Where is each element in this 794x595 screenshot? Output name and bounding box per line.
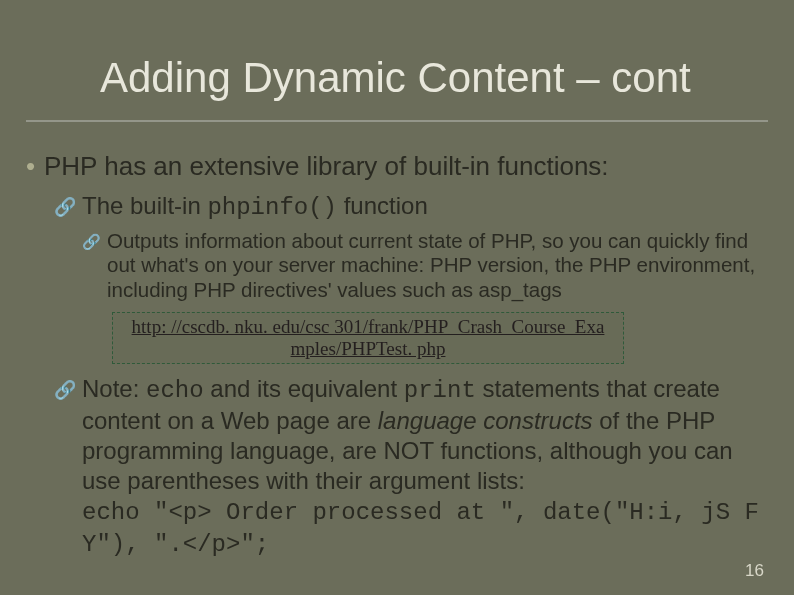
note-text: Note: echo and its equivalent print stat… xyxy=(82,374,768,560)
link-icon: 🔗 xyxy=(54,196,76,223)
link-icon: 🔗 xyxy=(82,233,101,303)
page-number: 16 xyxy=(745,561,764,581)
sub-bullet-phpinfo-text: The built-in phpinfo() function xyxy=(82,191,768,223)
sub1-pre: The built-in xyxy=(82,192,207,219)
title-underline xyxy=(26,120,768,122)
example-link-box: http: //cscdb. nku. edu/csc 301/frank/PH… xyxy=(112,312,624,364)
sub1-post: function xyxy=(337,192,428,219)
sub-sub-text: Outputs information about current state … xyxy=(107,229,768,303)
bullet-dot-icon: • xyxy=(26,150,44,183)
sub-bullet-phpinfo: 🔗 The built-in phpinfo() function xyxy=(54,191,768,223)
bullet-main-text: PHP has an extensive library of built-in… xyxy=(44,151,609,181)
bullet-main: •PHP has an extensive library of built-i… xyxy=(26,150,768,183)
note-code-line: echo "<p> Order processed at ", date("H:… xyxy=(82,499,759,558)
note-code-echo: echo xyxy=(146,377,204,404)
slide-title: Adding Dynamic Content – cont xyxy=(100,54,754,102)
note-italic: language constructs xyxy=(378,407,593,434)
note-mid1: and its equivalent xyxy=(204,375,404,402)
slide: Adding Dynamic Content – cont •PHP has a… xyxy=(0,0,794,595)
note-code-print: print xyxy=(404,377,476,404)
sub-sub-bullet-outputs: 🔗 Outputs information about current stat… xyxy=(82,229,768,303)
sub-bullet-note: 🔗 Note: echo and its equivalent print st… xyxy=(54,374,768,560)
note-pre: Note: xyxy=(82,375,146,402)
slide-content: •PHP has an extensive library of built-i… xyxy=(26,150,768,566)
example-link[interactable]: http: //cscdb. nku. edu/csc 301/frank/PH… xyxy=(132,316,605,359)
link-icon: 🔗 xyxy=(54,379,76,560)
sub1-code: phpinfo() xyxy=(207,194,337,221)
